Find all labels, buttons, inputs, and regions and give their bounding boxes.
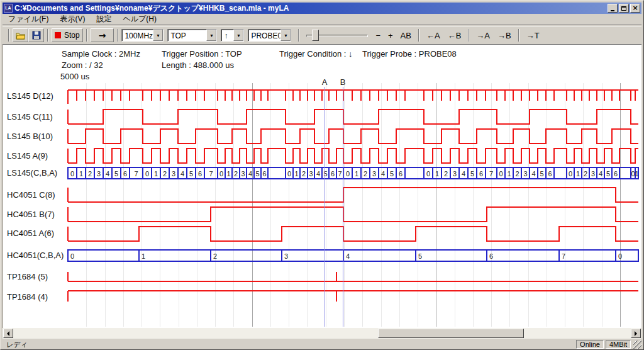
svg-text:0: 0	[145, 170, 149, 178]
svg-text:2: 2	[364, 170, 367, 178]
trigger-probe-combo[interactable]: PROBE00 ▼	[248, 29, 291, 42]
channel-label-hc4051-a: HC4051 A(6)	[7, 229, 54, 238]
goto-trigger-button[interactable]: →T	[523, 29, 543, 42]
move-cursor-a-button[interactable]: →A	[472, 29, 494, 42]
svg-text:6: 6	[614, 170, 618, 178]
svg-text:A: A	[322, 77, 328, 87]
info-trigger-position: Trigger Position : TOP	[162, 49, 242, 59]
save-button[interactable]	[28, 28, 44, 42]
chevron-down-icon[interactable]: ▼	[280, 30, 291, 41]
channel-label-ls145-a: LS145 A(9)	[7, 151, 48, 161]
svg-text:2: 2	[302, 170, 306, 178]
channel-label-tp1684-4: TP1684 (4)	[7, 292, 48, 302]
svg-text:3: 3	[523, 170, 527, 178]
svg-text:1: 1	[294, 170, 298, 178]
stop-button[interactable]: Stop	[52, 28, 83, 42]
close-icon: ×	[632, 5, 638, 11]
svg-text:3: 3	[172, 170, 175, 178]
svg-text:3: 3	[591, 170, 595, 178]
waveform-canvas: Sample Clock : 2MHz Trigger Position : T…	[3, 45, 641, 329]
svg-text:6: 6	[399, 170, 402, 178]
info-trigger-condition: Trigger Condition : ↓	[279, 49, 353, 59]
channel-trace-tp1684-4-	[68, 291, 638, 302]
svg-text:3: 3	[309, 170, 313, 178]
horizontal-scrollbar[interactable]	[3, 328, 641, 339]
svg-text:1: 1	[142, 252, 145, 260]
svg-text:B: B	[340, 77, 346, 87]
chevron-down-icon[interactable]: ▼	[206, 30, 216, 41]
channel-label-ls145-b: LS145 B(10)	[7, 132, 53, 141]
run-arrow-icon: →	[94, 30, 111, 40]
run-button[interactable]: →	[91, 28, 114, 42]
minimize-button[interactable]	[608, 4, 618, 13]
svg-text:2: 2	[584, 170, 587, 178]
trigger-edge-value: ↑	[221, 30, 233, 41]
scrollbar-thumb[interactable]	[378, 329, 524, 338]
svg-text:4: 4	[180, 170, 184, 178]
stop-label: Stop	[64, 31, 80, 40]
svg-text:3: 3	[453, 170, 457, 178]
status-bar: レディ Online 4MBit	[3, 340, 641, 349]
svg-text:0: 0	[618, 252, 622, 260]
grid-lines	[87, 83, 621, 327]
svg-text:2: 2	[515, 170, 519, 178]
close-button[interactable]: ×	[630, 4, 640, 13]
menu-settings[interactable]: 設定	[91, 13, 117, 25]
move-cursor-b-button[interactable]: →B	[494, 29, 515, 42]
goto-cursor-a-button[interactable]: ←A	[423, 29, 444, 42]
status-ready-text: レディ	[3, 340, 574, 349]
svg-text:3: 3	[97, 170, 101, 178]
svg-text:6: 6	[262, 170, 266, 178]
svg-text:6: 6	[479, 170, 483, 178]
channel-label-ls145-d: LS145 D(12)	[7, 91, 53, 101]
channel-trace-ls145-c-b-a-: 0123456701234567012345601234567012345601…	[68, 167, 639, 179]
menu-file[interactable]: ファイル(F)	[3, 13, 54, 25]
svg-text:5: 5	[606, 170, 610, 178]
svg-text:0: 0	[287, 170, 291, 178]
menu-view[interactable]: 表示(V)	[54, 13, 91, 25]
title-bar: LA C:¥Documents and Settings¥noname¥デスクト…	[3, 3, 641, 14]
svg-text:1: 1	[635, 170, 638, 178]
chevron-down-icon[interactable]: ▼	[233, 30, 243, 41]
trigger-edge-combo[interactable]: ↑ ▼	[221, 29, 244, 42]
zoom-slider-handle[interactable]	[312, 30, 319, 41]
chevron-down-icon[interactable]: ▼	[153, 30, 163, 41]
channel-trace-hc4051-c-8-	[68, 188, 638, 202]
svg-text:1: 1	[576, 170, 580, 178]
info-length: Length : 488.000 us	[162, 60, 234, 70]
status-online-badge: Online	[576, 340, 604, 349]
svg-text:1: 1	[79, 170, 83, 178]
svg-text:6: 6	[331, 170, 335, 178]
zoom-in-button[interactable]: +	[384, 29, 397, 42]
zoom-slider[interactable]	[306, 29, 368, 42]
zoom-out-button[interactable]: −	[372, 29, 384, 42]
goto-cursor-b-button[interactable]: ←B	[444, 29, 465, 42]
resize-grip-icon[interactable]	[633, 341, 641, 349]
sample-rate-combo[interactable]: 100MHz ▼	[121, 29, 164, 42]
save-floppy-icon	[32, 31, 41, 40]
channel-trace-hc4051-c-b-a-: 012345670	[68, 250, 638, 261]
svg-text:7: 7	[338, 170, 341, 178]
menu-help[interactable]: ヘルプ(H)	[117, 13, 162, 25]
status-memory-badge: 4MBit	[606, 340, 631, 349]
svg-text:5: 5	[323, 170, 327, 178]
toolbar-separator	[47, 29, 48, 42]
trigger-position-combo[interactable]: TOP ▼	[167, 29, 217, 42]
svg-text:5: 5	[390, 170, 394, 178]
svg-text:5: 5	[114, 170, 118, 178]
scroll-right-button[interactable]	[631, 329, 641, 338]
svg-text:3: 3	[241, 170, 245, 178]
toolbar-separator	[468, 29, 469, 42]
svg-text:5: 5	[418, 252, 422, 260]
capture-info: Sample Clock : 2MHz Trigger Position : T…	[60, 49, 457, 81]
svg-text:5: 5	[540, 170, 543, 178]
open-file-button[interactable]	[13, 28, 28, 42]
svg-text:1: 1	[507, 170, 511, 178]
scroll-left-button[interactable]	[3, 329, 13, 338]
ab-range-button[interactable]: AB	[397, 29, 415, 42]
svg-text:4: 4	[248, 170, 252, 178]
stop-icon	[55, 32, 61, 38]
svg-text:7: 7	[134, 170, 138, 178]
channel-label-tp1684-5: TP1684 (5)	[7, 272, 48, 281]
maximize-button[interactable]	[619, 4, 629, 13]
